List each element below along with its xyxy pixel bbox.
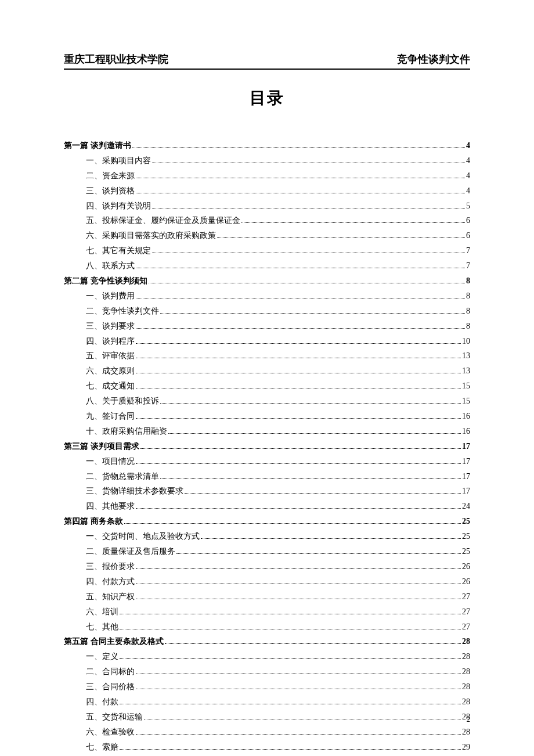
header-left: 重庆工程职业技术学院 xyxy=(64,52,168,66)
page-number: 2 xyxy=(467,715,471,724)
toc-entry: 一、项目情况17 xyxy=(64,454,470,469)
toc-leader-dots xyxy=(136,568,461,569)
toc-leader-dots xyxy=(149,283,466,283)
toc-leader-dots xyxy=(152,163,465,163)
toc-leader-dots xyxy=(124,523,461,524)
toc-entry: 一、交货时间、地点及验收方式25 xyxy=(64,529,470,544)
toc-entry-page: 4 xyxy=(466,183,470,199)
toc-entry: 一、谈判费用8 xyxy=(64,289,470,304)
toc-entry: 第三篇 谈判项目需求17 xyxy=(64,439,470,454)
toc-leader-dots xyxy=(217,237,465,238)
toc-entry-label: 七、索赔 xyxy=(86,740,118,755)
toc-leader-dots xyxy=(136,373,461,373)
toc-entry: 七、成交通知15 xyxy=(64,379,470,394)
toc-entry: 五、交货和运输28 xyxy=(64,710,470,725)
header-right: 竞争性谈判文件 xyxy=(397,52,470,66)
toc-entry-page: 24 xyxy=(462,499,470,514)
toc-entry: 四、谈判程序10 xyxy=(64,334,470,349)
toc-entry-page: 26 xyxy=(462,574,470,589)
toc-entry: 三、谈判要求8 xyxy=(64,319,470,334)
toc-entry-label: 第五篇 合同主要条款及格式 xyxy=(64,634,164,649)
toc-title: 目录 xyxy=(64,87,470,109)
toc-entry: 二、合同标的28 xyxy=(64,664,470,679)
toc-leader-dots xyxy=(136,358,461,358)
toc-entry: 六、采购项目需落实的政府采购政策6 xyxy=(64,228,470,243)
toc-entry: 八、关于质疑和投诉15 xyxy=(64,394,470,409)
toc-entry-page: 4 xyxy=(466,138,470,153)
toc-entry-label: 四、付款方式 xyxy=(86,574,135,589)
toc-entry-label: 六、检查验收 xyxy=(86,725,135,740)
toc-entry-label: 六、采购项目需落实的政府采购政策 xyxy=(86,228,216,243)
toc-leader-dots xyxy=(120,749,461,750)
toc-entry-page: 28 xyxy=(462,634,470,649)
toc-entry: 一、采购项目内容4 xyxy=(64,153,470,168)
toc-entry-page: 16 xyxy=(462,409,470,424)
toc-entry-label: 一、项目情况 xyxy=(86,454,135,469)
toc-entry-page: 26 xyxy=(462,559,470,574)
toc-entry-label: 一、交货时间、地点及验收方式 xyxy=(86,529,200,544)
toc-entry-label: 一、谈判费用 xyxy=(86,289,135,304)
toc-entry: 二、竞争性谈判文件8 xyxy=(64,304,470,319)
toc-entry: 四、其他要求24 xyxy=(64,499,470,514)
toc-leader-dots xyxy=(176,553,461,554)
toc-entry-page: 13 xyxy=(462,348,470,363)
toc-entry-page: 13 xyxy=(462,363,470,379)
toc-leader-dots xyxy=(136,599,461,599)
toc-entry-page: 17 xyxy=(462,454,470,469)
toc-entry-label: 五、评审依据 xyxy=(86,348,135,363)
toc-entry-label: 二、合同标的 xyxy=(86,664,135,679)
page-header: 重庆工程职业技术学院 竞争性谈判文件 xyxy=(64,52,470,70)
toc-leader-dots xyxy=(152,208,465,208)
toc-leader-dots xyxy=(136,178,465,178)
toc-entry-label: 五、知识产权 xyxy=(86,589,135,604)
toc-entry-page: 8 xyxy=(466,273,470,289)
toc-entry-label: 第二篇 竞争性谈判须知 xyxy=(64,273,147,289)
toc-entry-page: 28 xyxy=(462,725,470,740)
toc-entry: 五、评审依据13 xyxy=(64,348,470,363)
toc-leader-dots xyxy=(136,388,461,388)
toc-entry-label: 二、竞争性谈判文件 xyxy=(86,304,159,319)
toc-entry-page: 17 xyxy=(462,439,470,454)
toc-entry-page: 5 xyxy=(466,199,470,214)
toc-entry-page: 28 xyxy=(462,664,470,679)
toc-entry-label: 三、报价要求 xyxy=(86,559,135,574)
toc-leader-dots xyxy=(120,614,461,614)
toc-entry: 九、签订合同16 xyxy=(64,409,470,424)
toc-entry: 二、质量保证及售后服务25 xyxy=(64,544,470,559)
toc-entry: 第二篇 竞争性谈判须知8 xyxy=(64,273,470,289)
toc-entry-page: 27 xyxy=(462,604,470,620)
toc-entry-label: 七、其他 xyxy=(86,620,118,635)
toc-entry: 七、其它有关规定7 xyxy=(64,243,470,258)
toc-entry-page: 29 xyxy=(462,740,470,755)
toc-entry: 第四篇 商务条款25 xyxy=(64,514,470,529)
toc-entry: 第一篇 谈判邀请书4 xyxy=(64,138,470,153)
toc-leader-dots xyxy=(136,343,461,344)
toc-entry: 三、合同价格28 xyxy=(64,679,470,694)
toc-entry: 八、联系方式7 xyxy=(64,258,470,273)
toc-entry: 五、投标保证金、履约保证金及质量保证金6 xyxy=(64,213,470,228)
toc-entry: 六、培训27 xyxy=(64,604,470,620)
toc-leader-dots xyxy=(136,268,465,268)
toc-leader-dots xyxy=(120,629,461,629)
toc-entry-label: 三、谈判资格 xyxy=(86,183,135,199)
toc-leader-dots xyxy=(136,734,461,735)
toc-entry-page: 15 xyxy=(462,394,470,409)
toc-leader-dots xyxy=(140,448,461,449)
toc-entry-label: 五、投标保证金、履约保证金及质量保证金 xyxy=(86,213,240,228)
toc-entry-label: 三、谈判要求 xyxy=(86,319,135,334)
toc-entry-label: 三、合同价格 xyxy=(86,679,135,694)
toc-entry: 十、政府采购信用融资16 xyxy=(64,424,470,439)
toc-entry: 四、谈判有关说明5 xyxy=(64,199,470,214)
toc-entry-page: 8 xyxy=(466,319,470,334)
toc-entry: 第五篇 合同主要条款及格式28 xyxy=(64,634,470,649)
toc-leader-dots xyxy=(136,689,461,689)
toc-leader-dots xyxy=(160,478,461,479)
toc-entry-page: 8 xyxy=(466,304,470,319)
toc-entry-page: 16 xyxy=(462,424,470,439)
toc-entry-label: 七、成交通知 xyxy=(86,379,135,394)
toc-entry: 七、其他27 xyxy=(64,620,470,635)
toc-entry: 三、报价要求26 xyxy=(64,559,470,574)
toc-entry-page: 25 xyxy=(462,529,470,544)
toc-entry-page: 28 xyxy=(462,649,470,664)
toc-entry-page: 17 xyxy=(462,469,470,484)
